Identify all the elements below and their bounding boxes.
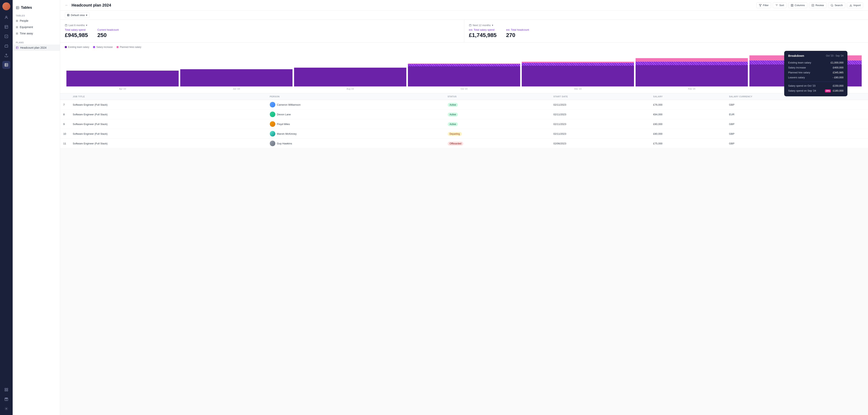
table-row[interactable]: 10 Software Engineer (Full Stack) Marvin… <box>60 129 868 139</box>
job-title-4: Software Engineer (Full Stack) <box>69 139 267 148</box>
salary-0: £76,000 <box>650 100 726 110</box>
bar-group-2[interactable] <box>294 55 406 86</box>
right-metric-value-1: 270 <box>506 32 529 38</box>
table-body: 7 Software Engineer (Full Stack) Cameron… <box>60 100 868 148</box>
person-cell-1: Devon Lane <box>267 110 444 119</box>
nav-table-icon[interactable] <box>2 61 10 69</box>
status-badge-0: Active <box>447 103 458 107</box>
table-row[interactable]: 9 Software Engineer (Full Stack) Floyd M… <box>60 119 868 129</box>
svg-rect-4 <box>5 388 6 389</box>
table-row[interactable]: 11 Software Engineer (Full Stack) Guy Ha… <box>60 139 868 148</box>
stats-row: Last 6 months ▾ Total salary spend £945,… <box>60 20 868 42</box>
status-badge-3: Departing <box>447 132 462 136</box>
left-metric-label-0: Total salary spend <box>65 28 88 31</box>
nav-gift-icon[interactable] <box>2 395 10 403</box>
svg-rect-11 <box>16 47 19 49</box>
nav-chart-icon[interactable] <box>2 23 10 31</box>
sidebar-item-people[interactable]: ⊞ People <box>13 18 60 24</box>
calendar-icon-right <box>469 24 471 27</box>
back-button[interactable]: ← <box>65 3 68 7</box>
svg-rect-10 <box>16 6 19 9</box>
tooltip-extra-row-0: Salary spend on Oct '23 £150,000 <box>788 83 843 88</box>
status-cell-3: Departing <box>444 129 550 139</box>
nav-check-icon[interactable] <box>2 32 10 40</box>
legend-dot-planned <box>117 46 119 48</box>
row-num-0: 7 <box>60 100 69 110</box>
status-cell-2: Active <box>444 119 550 129</box>
status-cell-0: Active <box>444 100 550 110</box>
svg-rect-17 <box>65 24 67 26</box>
topbar: ← Headcount plan 2024 Filter Sort Column… <box>60 0 868 11</box>
filter-icon <box>759 4 762 7</box>
columns-button[interactable]: Columns <box>788 2 807 8</box>
nav-rail <box>0 0 13 415</box>
sidebar-item-headcount-plan[interactable]: Headcount plan 2024 <box>13 45 60 51</box>
row-num-1: 8 <box>60 110 69 119</box>
nav-apps-icon[interactable] <box>2 386 10 394</box>
right-period-selector[interactable]: Next 12 months ▾ <box>469 24 864 27</box>
table-icon-3: ⊞ <box>16 32 18 35</box>
svg-rect-7 <box>7 390 8 391</box>
import-button[interactable]: Import <box>847 2 863 8</box>
salary-4: £75,000 <box>650 139 726 148</box>
col-start-date: START DATE <box>550 93 650 100</box>
main-content: ← Headcount plan 2024 Filter Sort Column… <box>60 0 868 415</box>
bar-increase-5 <box>636 62 748 65</box>
chart-label-2: Aug '23 <box>294 88 406 90</box>
bar-increase-3 <box>408 64 520 66</box>
user-avatar[interactable] <box>2 2 10 10</box>
filter-button[interactable]: Filter <box>756 2 771 8</box>
tables-section-label: Tables <box>13 13 60 18</box>
review-button[interactable]: Review <box>809 2 827 8</box>
bar-group-5[interactable] <box>636 55 748 86</box>
nav-analytics-icon[interactable] <box>2 42 10 50</box>
col-job-title: JOB TITLE <box>69 93 267 100</box>
row-num-3: 10 <box>60 129 69 139</box>
chart-label-4: Dec '23 <box>522 88 634 90</box>
nav-people-icon[interactable] <box>2 13 10 21</box>
table-row[interactable]: 7 Software Engineer (Full Stack) Cameron… <box>60 100 868 110</box>
row-num-2: 9 <box>60 119 69 129</box>
bar-group-1[interactable] <box>180 55 292 86</box>
legend-planned: Planned hires salary <box>117 46 141 49</box>
table-row[interactable]: 8 Software Engineer (Full Stack) Devon L… <box>60 110 868 119</box>
search-button[interactable]: Search <box>828 2 845 8</box>
bar-group-4[interactable] <box>522 55 634 86</box>
bar-existing-2 <box>294 68 406 86</box>
legend-dot-increase <box>93 46 95 48</box>
viewbar: Default view ▾ <box>60 11 868 20</box>
job-title-1: Software Engineer (Full Stack) <box>69 110 267 119</box>
sort-icon <box>775 4 778 7</box>
row-num-4: 11 <box>60 139 69 148</box>
data-table: JOB TITLE PERSON STATUS START DATE SALAR… <box>60 93 868 148</box>
left-metric-label-1: Current headcount <box>97 28 119 31</box>
left-period-selector[interactable]: Last 6 months ▾ <box>65 24 459 27</box>
nav-upload-icon[interactable] <box>2 52 10 59</box>
svg-point-15 <box>831 4 833 6</box>
svg-rect-16 <box>67 14 69 16</box>
left-metric-value-0: £945,985 <box>65 32 88 38</box>
bar-group-0[interactable] <box>66 55 179 86</box>
default-view-button[interactable]: Default view ▾ <box>65 12 90 18</box>
tooltip-rows: Existing team salary £1,000,000 Salary i… <box>788 60 843 80</box>
svg-point-0 <box>6 16 7 18</box>
topbar-actions: Filter Sort Columns Review Search Import <box>756 2 863 8</box>
left-metric-value-1: 250 <box>97 32 119 38</box>
bar-existing-1 <box>180 69 292 86</box>
chart-label-3: Oct '23 <box>408 88 520 90</box>
sidebar: Tables Tables ⊞ People ⊞ Equipment ⊞ Tim… <box>13 0 60 415</box>
salary-2: £80,000 <box>650 119 726 129</box>
sort-button[interactable]: Sort <box>773 2 786 8</box>
sidebar-item-equipment[interactable]: ⊞ Equipment <box>13 24 60 30</box>
avatar-4 <box>270 141 275 146</box>
svg-rect-5 <box>7 388 8 389</box>
tooltip-header: Breakdown Oct '23 - Sep '24 <box>788 54 843 57</box>
search-icon <box>831 4 833 7</box>
sidebar-item-time-away[interactable]: ⊞ Time away <box>13 30 60 37</box>
col-salary: SALARY <box>650 93 726 100</box>
bar-group-3[interactable] <box>408 55 520 86</box>
tooltip-extra-row-1: Salary spend on Sep '24 20% £180,000 <box>788 88 843 93</box>
start-date-0: 02/11/2023 <box>550 100 650 110</box>
nav-settings-icon[interactable] <box>2 405 10 413</box>
svg-rect-3 <box>5 63 8 66</box>
